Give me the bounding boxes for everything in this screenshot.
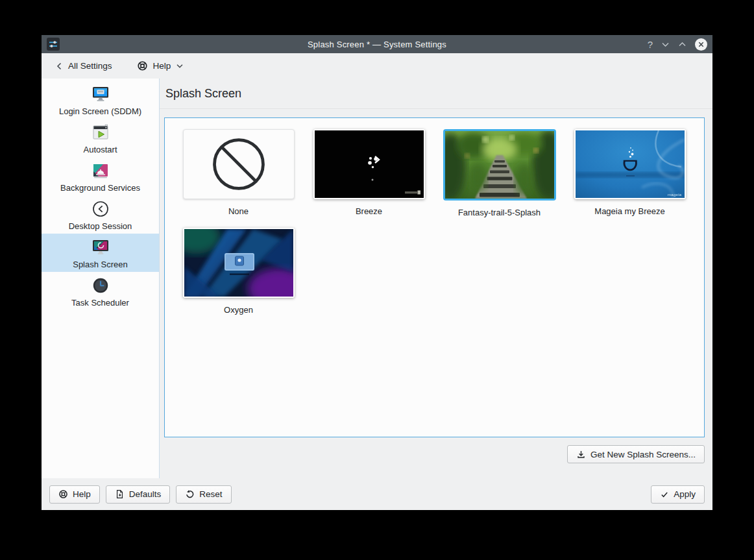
circle-slash-icon	[184, 130, 294, 199]
theme-card-oxygen[interactable]: Oxygen	[173, 228, 304, 315]
sidebar-item-label: Splash Screen	[73, 260, 128, 269]
theme-card-mageia[interactable]: mageia Mageia my Breeze	[565, 129, 695, 217]
content-area: Splash Screen None	[160, 79, 712, 478]
theme-label: None	[228, 206, 249, 216]
help-lifebuoy-icon	[58, 489, 68, 499]
maximize-button[interactable]	[678, 42, 687, 47]
context-help-button[interactable]: ?	[648, 40, 653, 49]
window-title: Splash Screen * — System Settings	[308, 40, 446, 49]
theme-card-none[interactable]: None	[173, 129, 304, 217]
help-menu-label: Help	[153, 61, 171, 71]
fantasy-trail-thumbnail	[443, 129, 556, 201]
defaults-button-label: Defaults	[129, 489, 162, 499]
theme-list-frame: None	[164, 117, 705, 437]
help-menu-button[interactable]: Help	[137, 60, 184, 71]
theme-grid: None	[165, 118, 704, 325]
none-thumbnail	[183, 129, 295, 199]
close-button[interactable]	[695, 38, 707, 51]
help-lifebuoy-icon	[137, 60, 148, 71]
app-menu-icon[interactable]	[47, 38, 60, 51]
get-new-label: Get New Splash Screens...	[590, 450, 696, 459]
minimize-button[interactable]	[661, 42, 670, 47]
help-button[interactable]: Help	[49, 485, 100, 504]
theme-card-breeze[interactable]: Breeze	[304, 129, 434, 217]
footer-button-bar: Help Defaults Reset Apply	[42, 478, 712, 510]
sidebar-item-splash-screen[interactable]: Splash Screen	[42, 234, 159, 272]
get-new-row: Get New Splash Screens...	[160, 437, 712, 463]
login-screen-monitor-icon	[90, 84, 111, 104]
sidebar-item-autostart[interactable]: Autostart	[42, 119, 159, 157]
chevron-left-icon	[55, 62, 63, 71]
all-settings-back-button[interactable]: All Settings	[55, 61, 112, 71]
autostart-play-window-icon	[90, 122, 111, 143]
theme-label: Oxygen	[224, 305, 253, 315]
defaults-button[interactable]: Defaults	[106, 485, 171, 504]
sidebar-item-label: Background Services	[60, 183, 140, 193]
chevron-down-icon	[176, 64, 184, 69]
sidebar-item-label: Autostart	[83, 145, 117, 154]
oxygen-thumbnail	[183, 228, 295, 298]
task-scheduler-clock-icon	[90, 275, 111, 296]
titlebar-controls: ?	[648, 35, 707, 53]
sidebar-item-label: Login Screen (SDDM)	[59, 106, 141, 116]
theme-card-fantasy-trail[interactable]: Fantasy-trail-5-Splash	[434, 129, 565, 217]
document-revert-icon	[115, 489, 125, 499]
all-settings-label: All Settings	[68, 61, 112, 71]
background-services-icon	[90, 160, 111, 181]
reset-button-label: Reset	[199, 489, 222, 499]
sidebar-item-background-services[interactable]: Background Services	[42, 157, 159, 195]
breeze-thumbnail	[313, 129, 425, 199]
sidebar-item-task-scheduler[interactable]: Task Scheduler	[42, 272, 159, 310]
splash-screen-monitor-icon	[90, 237, 111, 258]
undo-arrow-icon	[185, 489, 195, 499]
toolbar: All Settings Help	[42, 53, 712, 79]
titlebar[interactable]: Splash Screen * — System Settings ?	[42, 35, 712, 53]
help-button-label: Help	[73, 489, 91, 499]
sidebar: Login Screen (SDDM) Autostart	[42, 79, 160, 478]
page-title: Splash Screen	[165, 87, 241, 101]
page-header: Splash Screen	[160, 79, 712, 109]
sidebar-item-label: Task Scheduler	[71, 298, 129, 308]
theme-label: Fantasy-trail-5-Splash	[458, 208, 541, 217]
desktop-session-icon	[90, 199, 111, 219]
download-icon	[576, 450, 586, 459]
mageia-thumbnail: mageia	[574, 129, 686, 199]
sidebar-item-label: Desktop Session	[69, 221, 132, 231]
theme-label: Breeze	[356, 206, 382, 216]
reset-button[interactable]: Reset	[176, 485, 231, 504]
system-settings-window: Splash Screen * — System Settings ? All …	[42, 35, 712, 510]
get-new-splash-screens-button[interactable]: Get New Splash Screens...	[567, 445, 705, 463]
sidebar-item-desktop-session[interactable]: Desktop Session	[42, 195, 159, 234]
main-row: Login Screen (SDDM) Autostart	[42, 79, 712, 478]
sidebar-item-login-screen-sddm[interactable]: Login Screen (SDDM)	[42, 80, 159, 119]
apply-button[interactable]: Apply	[651, 485, 705, 504]
apply-button-label: Apply	[674, 489, 696, 499]
mageia-watermark: mageia	[668, 193, 681, 197]
checkmark-icon	[660, 490, 669, 499]
theme-label: Mageia my Breeze	[594, 206, 664, 216]
